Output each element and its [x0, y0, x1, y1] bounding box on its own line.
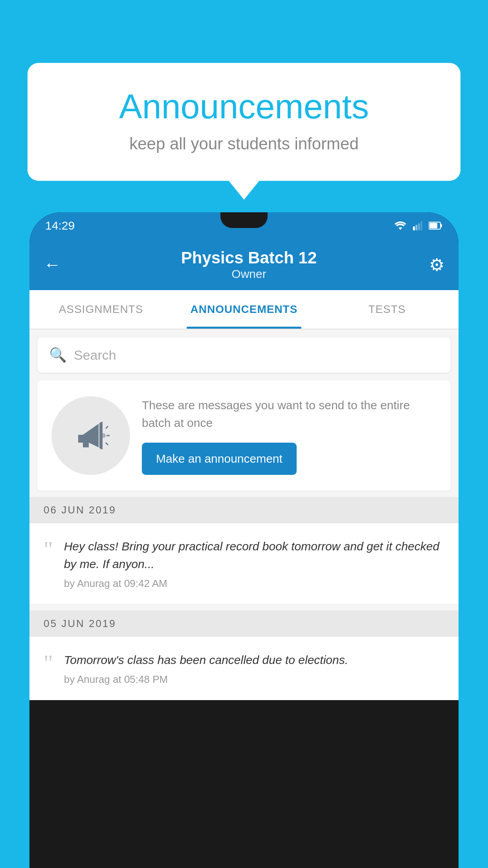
search-icon: 🔍	[49, 347, 67, 363]
tab-assignments[interactable]: ASSIGNMENTS	[29, 290, 172, 329]
date-separator-1: 06 JUN 2019	[29, 497, 459, 523]
svg-rect-0	[413, 226, 415, 230]
quote-icon-2: "	[44, 654, 53, 672]
message-meta-2: by Anurag at 05:48 PM	[64, 673, 444, 686]
search-placeholder: Search	[74, 348, 116, 363]
make-announcement-button[interactable]: Make an announcement	[142, 443, 297, 475]
date-separator-2: 05 JUN 2019	[29, 611, 459, 637]
tab-tests[interactable]: TESTS	[316, 290, 459, 329]
speech-bubble-container: Announcements keep all your students inf…	[28, 63, 460, 181]
message-text-1: Hey class! Bring your practical record b…	[64, 537, 444, 573]
search-bar[interactable]: 🔍 Search	[37, 337, 451, 373]
message-text-2: Tomorrow's class has been cancelled due …	[64, 651, 444, 669]
phone-frame: 14:29	[29, 212, 459, 868]
svg-point-7	[101, 433, 106, 438]
message-meta-1: by Anurag at 09:42 AM	[64, 577, 444, 590]
battery-icon	[429, 221, 443, 230]
megaphone-icon	[71, 416, 110, 455]
message-item-2[interactable]: " Tomorrow's class has been cancelled du…	[29, 637, 459, 700]
back-button[interactable]: ←	[44, 255, 61, 274]
svg-rect-5	[440, 224, 442, 227]
svg-rect-1	[416, 225, 418, 230]
status-bar: 14:29	[29, 212, 459, 239]
message-content-1: Hey class! Bring your practical record b…	[64, 537, 444, 590]
tabs-bar: ASSIGNMENTS ANNOUNCEMENTS TESTS	[29, 290, 459, 329]
announcement-icon-circle	[51, 396, 130, 475]
notch	[220, 212, 268, 228]
wifi-icon	[394, 221, 407, 230]
svg-line-10	[106, 443, 108, 445]
app-bar: ← Physics Batch 12 Owner ⚙	[29, 239, 459, 290]
status-time: 14:29	[45, 219, 75, 232]
speech-bubble-title: Announcements	[59, 86, 429, 127]
phone-inner: 14:29	[29, 212, 459, 868]
message-item-1[interactable]: " Hey class! Bring your practical record…	[29, 523, 459, 604]
announcement-prompt-card: These are messages you want to send to t…	[37, 381, 451, 491]
settings-icon[interactable]: ⚙	[429, 255, 444, 275]
app-bar-title: Physics Batch 12	[69, 248, 429, 267]
svg-rect-3	[421, 221, 423, 230]
svg-rect-6	[429, 223, 437, 228]
message-content-2: Tomorrow's class has been cancelled due …	[64, 651, 444, 686]
announcement-card-right: These are messages you want to send to t…	[142, 396, 437, 475]
svg-line-8	[106, 426, 108, 428]
announcement-description: These are messages you want to send to t…	[142, 396, 437, 432]
app-bar-subtitle: Owner	[69, 267, 429, 281]
tab-announcements[interactable]: ANNOUNCEMENTS	[172, 290, 316, 329]
quote-icon-1: "	[44, 541, 53, 559]
signal-icon	[412, 221, 423, 230]
content-area: 🔍 Search These are messages you	[29, 329, 459, 700]
speech-bubble: Announcements keep all your students inf…	[28, 63, 460, 181]
app-bar-title-group: Physics Batch 12 Owner	[69, 248, 429, 281]
status-icons	[394, 221, 443, 230]
svg-rect-2	[418, 223, 420, 230]
speech-bubble-subtitle: keep all your students informed	[59, 134, 429, 153]
